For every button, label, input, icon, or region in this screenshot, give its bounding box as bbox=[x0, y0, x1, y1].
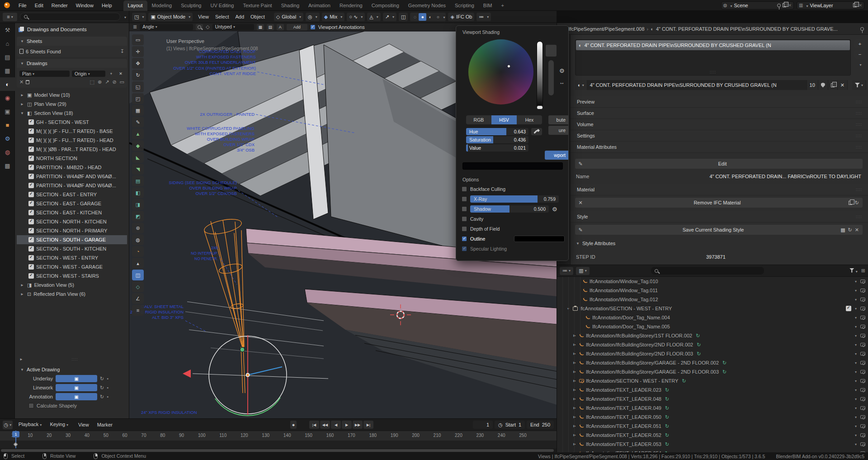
timeline-scrollbar[interactable] bbox=[0, 449, 557, 452]
sidebar-tab-icon[interactable]: ▩ bbox=[0, 159, 15, 172]
camera-visibility-icon[interactable] bbox=[860, 370, 865, 374]
attribute-button-fragment[interactable]: bute bbox=[548, 115, 568, 124]
tool-button[interactable]: ◇ bbox=[132, 281, 144, 292]
workspace-tab[interactable]: Scripting bbox=[450, 0, 479, 11]
remove-slot-button[interactable]: − bbox=[854, 50, 865, 59]
timeline-menu-dropdown[interactable]: Playback bbox=[14, 419, 46, 431]
timeline-menu-item[interactable]: View bbox=[74, 419, 93, 430]
tool-button[interactable]: ∠ bbox=[132, 293, 144, 304]
workspace-tab[interactable]: Geometry Nodes bbox=[404, 0, 450, 11]
camera-visibility-icon[interactable] bbox=[860, 307, 865, 310]
auto-keying-button[interactable]: ● bbox=[290, 421, 297, 429]
drawing-checkbox[interactable] bbox=[28, 219, 34, 224]
active-drawing-header[interactable]: ▼ Active Drawing bbox=[17, 365, 127, 374]
copy-icon[interactable] bbox=[849, 201, 852, 205]
panel-header[interactable]: Surface :::: bbox=[571, 108, 868, 119]
chevron-down-icon[interactable]: ▾ bbox=[855, 433, 857, 437]
panel-header[interactable]: Settings :::: bbox=[571, 130, 868, 142]
close-icon[interactable]: ✕ bbox=[19, 79, 24, 85]
viewport-color-button-fragment[interactable]: wport bbox=[545, 151, 568, 160]
outliner-row[interactable]: ▶ IfcAnnotation/IfcBuildingStorey/1ST FL… bbox=[557, 331, 868, 340]
expander-icon[interactable]: ▶ bbox=[571, 406, 578, 410]
saturation-slider[interactable]: Saturation0.436 bbox=[466, 136, 528, 143]
drawing-checkbox[interactable] bbox=[28, 128, 34, 134]
editor-options-button[interactable]: ≔ bbox=[476, 13, 491, 21]
depth-of-field-checkbox[interactable] bbox=[462, 226, 467, 232]
chevron-down-icon[interactable]: ▾ bbox=[855, 316, 857, 320]
close-icon[interactable]: ✕ bbox=[859, 3, 862, 8]
filter-button[interactable] bbox=[849, 268, 858, 274]
editor-type-button[interactable]: ≡ bbox=[3, 13, 17, 21]
sheets-section-header[interactable]: ▼ Sheets bbox=[17, 37, 127, 46]
collapsed-panel-arrow[interactable]: ► bbox=[19, 357, 23, 361]
value-row-slider[interactable]: Value0.021 bbox=[466, 144, 528, 152]
drawing-item-row[interactable]: SECTION - EAST - GARAGE bbox=[17, 199, 127, 208]
expander-icon[interactable]: ► bbox=[20, 292, 25, 296]
drawings-section-header[interactable]: ▼ Drawings bbox=[17, 59, 127, 68]
workspace-tab[interactable]: UV Editing bbox=[206, 0, 238, 11]
shading-wireframe-button[interactable]: ◌ bbox=[411, 13, 419, 21]
fake-user-button[interactable] bbox=[818, 80, 828, 90]
copy-icon[interactable] bbox=[783, 3, 786, 7]
panel-grip[interactable]: :::: bbox=[856, 122, 862, 127]
drawing-checkbox[interactable] bbox=[28, 201, 34, 206]
add-drawing-button[interactable]: + bbox=[108, 71, 115, 77]
unlink-material-button[interactable]: ✕ bbox=[838, 80, 848, 90]
panel-grip[interactable]: :::: bbox=[71, 357, 78, 361]
expander-icon[interactable]: ▶ bbox=[571, 334, 578, 337]
sidebar-search-input[interactable] bbox=[20, 13, 120, 21]
eyedropper-button[interactable] bbox=[531, 128, 542, 135]
color-mode-tab[interactable]: Hex bbox=[517, 115, 542, 124]
drawing-item-row[interactable]: SECTION - WEST - GARAGE bbox=[17, 262, 127, 271]
menu-item[interactable]: Help bbox=[98, 0, 116, 11]
chevron-down-icon[interactable]: ▾ bbox=[855, 415, 857, 419]
drawing-layer-image-button[interactable]: ▣ bbox=[56, 384, 97, 391]
shading-dropdown[interactable] bbox=[442, 14, 445, 19]
chevron-down-icon[interactable]: ▾ bbox=[855, 343, 857, 347]
chevron-down-icon[interactable]: ▾ bbox=[855, 379, 857, 383]
panel-grip[interactable]: :::: bbox=[856, 111, 862, 115]
chevron-down-icon[interactable]: ▾ bbox=[855, 361, 857, 365]
xray-slider[interactable]: X-Ray0.759 bbox=[470, 195, 559, 203]
tree-group-row[interactable]: ► ◫ Plan View (29) bbox=[17, 100, 127, 109]
outliner-search-input[interactable] bbox=[651, 267, 764, 275]
outliner-row[interactable]: IfcAnnotation/Window_Tag.010 ↻ ▾ bbox=[557, 277, 868, 286]
sidebar-tab-icon[interactable]: ⚙ bbox=[0, 132, 15, 145]
current-frame-field[interactable]: 1 bbox=[473, 421, 493, 429]
remove-ifc-material-button[interactable]: ✕ Remove IFC Material ↻ bbox=[575, 198, 863, 208]
tree-group-row[interactable]: ► ⊡ Reflected Plan View (6) bbox=[17, 289, 127, 299]
tool-button[interactable]: ◫ bbox=[132, 270, 144, 280]
tree-group-row[interactable]: ▼ ◧ Section View (18) bbox=[17, 109, 127, 118]
tool-button[interactable]: ◥ bbox=[132, 164, 144, 175]
outliner-row[interactable]: ▶ IfcAnnotation/TEXT_LEADER.052 ↻ ▾ bbox=[557, 431, 868, 440]
color-mode-tab[interactable]: RGB bbox=[466, 115, 491, 124]
expander-icon[interactable]: ▼ bbox=[20, 111, 25, 115]
viewlayer-selector[interactable]: ▥ ViewLayer ✕ bbox=[797, 1, 864, 9]
tag-icon[interactable]: ⊘ bbox=[112, 79, 116, 85]
copy-icon[interactable] bbox=[853, 3, 857, 7]
menu-item[interactable]: Render bbox=[47, 0, 72, 11]
transport-button[interactable]: ◀◀ bbox=[320, 421, 330, 429]
list-grip[interactable]: :::: bbox=[710, 70, 716, 74]
refresh-icon[interactable]: ↻ bbox=[100, 394, 104, 400]
drawing-item-row[interactable]: PARTITION - M4B2D - HEAD bbox=[17, 163, 127, 172]
world-space-lighting-icon[interactable]: ↔ bbox=[559, 79, 565, 85]
add-slot-button[interactable]: + bbox=[854, 39, 865, 48]
edit-button[interactable]: ✎ Edit bbox=[575, 159, 863, 169]
expander-icon[interactable]: ▶ bbox=[571, 388, 578, 392]
outliner-row[interactable]: IfcAnnotation/Door_Tag_Name.005 ↻ ▾ bbox=[557, 322, 868, 331]
outline-checkbox[interactable] bbox=[462, 236, 467, 242]
chevron-down-icon[interactable] bbox=[123, 14, 126, 19]
workspace-tab[interactable]: Animation bbox=[304, 0, 335, 11]
pin-icon[interactable] bbox=[777, 4, 781, 7]
transport-button[interactable]: |◀ bbox=[309, 421, 319, 429]
drawing-item-row[interactable]: SECTION - NORTH - PRIMARY bbox=[17, 226, 127, 235]
drawing-item-row[interactable]: SECTION - EAST - KITCHEN bbox=[17, 208, 127, 217]
viewport-menu-item[interactable]: Object bbox=[247, 11, 268, 23]
drawing-item-row[interactable]: M( )( )( )F - FU...T RATED) - HEAD bbox=[17, 136, 127, 145]
outliner-row[interactable]: ▶ IfcAnnotation/IfcBuildingStorey/2ND FL… bbox=[557, 349, 868, 358]
transport-button[interactable]: ▶ bbox=[342, 421, 352, 429]
sidebar-tab-icon[interactable]: ▣ bbox=[0, 104, 15, 118]
shading-material-button[interactable]: ◐ bbox=[426, 13, 434, 21]
menu-item[interactable]: Edit bbox=[31, 0, 47, 11]
